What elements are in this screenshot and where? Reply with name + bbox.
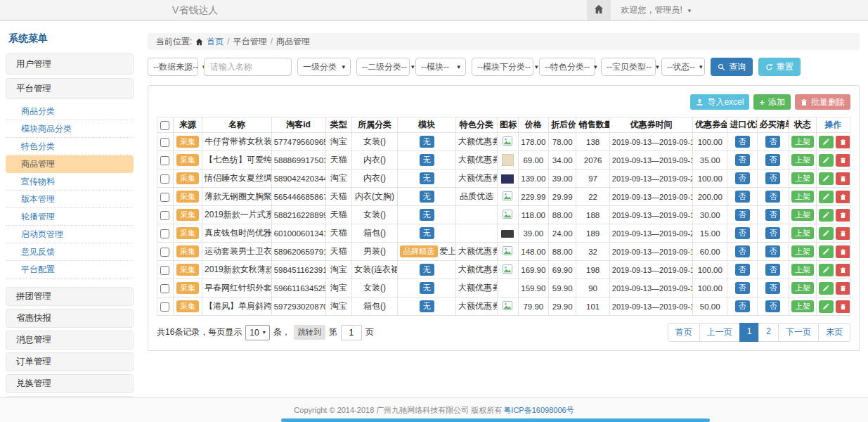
module-badge[interactable]: 无 — [420, 264, 434, 276]
sidebar-item-link[interactable]: 轮播管理 — [6, 208, 134, 226]
sidebar-item-link[interactable]: 商品分类 — [6, 103, 134, 120]
status-badge[interactable]: 上架 — [791, 136, 814, 148]
must-buy-toggle[interactable]: 否 — [765, 264, 780, 276]
must-buy-toggle[interactable]: 否 — [765, 227, 780, 239]
edit-button[interactable] — [819, 264, 834, 276]
import-select-toggle[interactable]: 否 — [735, 172, 750, 184]
delete-button[interactable] — [836, 154, 850, 167]
delete-button[interactable] — [836, 300, 850, 313]
delete-button[interactable] — [836, 227, 850, 240]
item-type-select[interactable]: --宝贝类型-- — [601, 58, 656, 76]
status-badge[interactable]: 上架 — [791, 191, 814, 203]
module-badge[interactable]: 无 — [420, 209, 434, 221]
sidebar-group-item[interactable]: 用户管理 — [6, 53, 134, 75]
sidebar-item-active[interactable]: 商品管理 — [6, 155, 134, 173]
icp-link[interactable]: 粤ICP备16098006号 — [503, 405, 574, 416]
sidebar-item-link[interactable]: 宣传物料 — [6, 173, 134, 191]
sidebar-group-item[interactable]: 拼团管理 — [6, 287, 134, 306]
pager-button[interactable]: 1 — [739, 323, 760, 342]
jump-button[interactable]: 跳转到 — [294, 325, 325, 340]
row-checkbox[interactable] — [160, 302, 169, 312]
status-badge[interactable]: 上架 — [791, 300, 814, 312]
import-select-toggle[interactable]: 否 — [735, 300, 750, 312]
delete-button[interactable] — [836, 264, 850, 276]
status-badge[interactable]: 上架 — [791, 209, 814, 221]
row-checkbox[interactable] — [160, 229, 169, 238]
must-buy-toggle[interactable]: 否 — [765, 172, 780, 184]
sidebar-group-item[interactable]: 消息管理 — [6, 331, 134, 350]
delete-button[interactable] — [836, 245, 850, 258]
batch-delete-button[interactable]: 批量删除 — [795, 94, 850, 110]
row-checkbox[interactable] — [160, 156, 169, 165]
must-buy-toggle[interactable]: 否 — [765, 245, 780, 257]
status-badge[interactable]: 上架 — [791, 172, 814, 184]
module-badge[interactable]: 无 — [420, 227, 434, 239]
import-select-toggle[interactable]: 否 — [735, 282, 750, 294]
user-menu[interactable]: 欢迎您，管理员! ▼ — [611, 4, 692, 16]
row-checkbox[interactable] — [160, 211, 169, 220]
must-buy-toggle[interactable]: 否 — [765, 136, 780, 148]
module-badge[interactable]: 无 — [420, 191, 434, 203]
must-buy-toggle[interactable]: 否 — [765, 154, 780, 166]
must-buy-toggle[interactable]: 否 — [765, 282, 780, 294]
pager-button[interactable]: 首页 — [668, 323, 700, 342]
status-badge[interactable]: 上架 — [791, 154, 814, 166]
import-select-toggle[interactable]: 否 — [735, 227, 750, 239]
edit-button[interactable] — [819, 136, 834, 148]
pager-button[interactable]: 末页 — [818, 323, 850, 342]
horizontal-scrollbar[interactable] — [281, 418, 710, 422]
status-badge[interactable]: 上架 — [791, 264, 814, 276]
edit-button[interactable] — [819, 227, 834, 240]
must-buy-toggle[interactable]: 否 — [765, 209, 780, 221]
status-select[interactable]: --状态-- — [661, 58, 705, 76]
sidebar-item-link[interactable]: 启动页管理 — [6, 226, 134, 243]
module-badge[interactable]: 无 — [420, 136, 434, 148]
delete-button[interactable] — [836, 172, 850, 185]
special-category-select[interactable]: --特色分类-- — [539, 58, 595, 76]
import-select-toggle[interactable]: 否 — [735, 264, 750, 276]
jump-page-input[interactable] — [341, 325, 362, 340]
row-checkbox[interactable] — [160, 138, 169, 147]
page-size-select[interactable]: 10 — [245, 325, 269, 340]
edit-button[interactable] — [819, 209, 834, 222]
delete-button[interactable] — [836, 136, 850, 148]
import-select-toggle[interactable]: 否 — [735, 154, 750, 166]
status-badge[interactable]: 上架 — [791, 227, 814, 239]
name-search-input[interactable] — [204, 58, 292, 76]
edit-button[interactable] — [819, 191, 834, 203]
import-select-toggle[interactable]: 否 — [735, 136, 750, 148]
row-checkbox[interactable] — [160, 174, 169, 184]
reset-button[interactable]: 重置 — [758, 58, 801, 76]
delete-button[interactable] — [836, 282, 850, 295]
must-buy-toggle[interactable]: 否 — [765, 300, 780, 312]
must-buy-toggle[interactable]: 否 — [765, 191, 780, 203]
module-badge[interactable]: 无 — [420, 300, 434, 312]
sidebar-group-item[interactable]: 兑换管理 — [6, 374, 134, 393]
edit-button[interactable] — [819, 282, 834, 295]
select-all-checkbox[interactable] — [160, 121, 169, 130]
breadcrumb-home-link[interactable]: 首页 — [207, 36, 224, 48]
row-checkbox[interactable] — [160, 266, 169, 275]
sidebar-item-link[interactable]: 版本管理 — [6, 191, 134, 208]
delete-button[interactable] — [836, 209, 850, 222]
row-checkbox[interactable] — [160, 284, 169, 293]
category1-select[interactable]: 一级分类 — [297, 58, 351, 76]
pager-button[interactable]: 上一页 — [699, 323, 740, 342]
add-button[interactable]: + 添加 — [753, 94, 791, 110]
edit-button[interactable] — [819, 245, 834, 258]
sidebar-item-link[interactable]: 平台配置 — [6, 261, 134, 279]
import-select-toggle[interactable]: 否 — [735, 191, 750, 203]
sidebar-item-link[interactable]: 特色分类 — [6, 138, 134, 155]
delete-button[interactable] — [836, 191, 850, 203]
import-select-toggle[interactable]: 否 — [735, 245, 750, 257]
home-button[interactable] — [587, 0, 611, 20]
category2-select[interactable]: --二级分类-- — [356, 58, 410, 76]
import-excel-button[interactable]: 导入excel — [690, 94, 749, 110]
module-select[interactable]: --模块-- — [415, 58, 466, 76]
pager-button[interactable]: 下一页 — [778, 323, 819, 342]
module-badge[interactable]: 品牌精选 — [400, 245, 438, 257]
sidebar-group-item[interactable]: 省惠快报 — [6, 309, 134, 328]
sidebar-group-item[interactable]: 订单管理 — [6, 352, 134, 371]
import-select-toggle[interactable]: 否 — [735, 209, 750, 221]
sidebar-item-link[interactable]: 模块商品分类 — [6, 120, 134, 138]
